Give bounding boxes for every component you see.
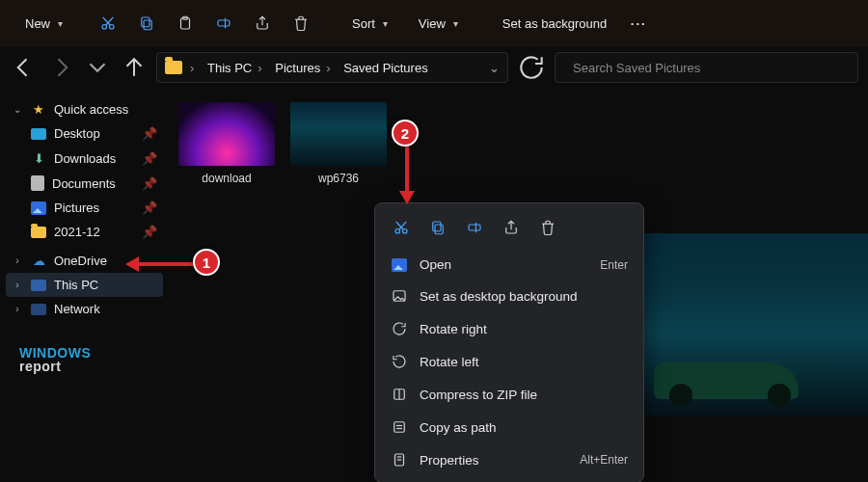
breadcrumb-seg-pictures[interactable]: Pictures› [275,61,336,75]
breadcrumb[interactable]: › This PC› Pictures› Saved Pictures ⌄ [156,52,508,83]
ctx-rename-button[interactable] [458,213,491,242]
view-label: View [419,16,446,31]
star-icon: ★ [31,101,46,117]
forward-button[interactable] [46,53,75,82]
new-label: New [25,16,50,31]
sort-label: Sort [352,16,375,31]
sidebar-item-network[interactable]: › Network [6,297,163,321]
chevron-down-icon: ▾ [453,18,458,29]
ctx-compress-zip[interactable]: Compress to ZIP file [375,378,643,411]
ctx-share-button[interactable] [495,213,528,242]
ctx-item-label: Copy as path [420,420,497,435]
pin-icon: 📌 [142,151,157,166]
folder-icon [31,227,46,238]
annotation-badge-1: 1 [193,249,220,276]
document-icon [31,175,44,191]
svg-rect-22 [435,225,443,234]
ctx-item-label: Rotate left [420,355,479,369]
annotation-badge-2: 2 [392,120,419,147]
sidebar-item-label: Downloads [54,151,116,166]
sidebar-item-label: 2021-12 [54,225,100,239]
search-placeholder: Search Saved Pictures [573,61,700,75]
delete-button[interactable] [285,7,317,40]
properties-icon [391,451,408,469]
sidebar-quick-access[interactable]: ⌄ ★ Quick access [6,96,163,121]
ctx-copy-path[interactable]: Copy as path [375,411,643,443]
copy-path-icon [391,418,408,436]
ctx-item-label: Properties [420,453,479,468]
svg-rect-24 [469,225,480,230]
sort-button[interactable]: Sort ▾ [337,11,397,37]
cut-button[interactable] [92,7,124,40]
back-button[interactable] [10,53,39,82]
sidebar-item-label: This PC [54,278,98,292]
ctx-item-label: Rotate right [420,322,487,336]
pin-icon: 📌 [142,176,157,191]
ctx-properties[interactable]: Properties Alt+Enter [375,443,643,476]
chevron-down-icon: ▾ [383,18,388,29]
ctx-item-shortcut: Enter [600,258,628,272]
refresh-button[interactable] [516,52,547,83]
thumbnail-image [178,102,275,166]
share-button[interactable] [246,7,279,40]
picture-icon [391,258,408,272]
set-background-button[interactable]: Set as background [487,11,616,37]
more-button[interactable]: ··· [622,7,655,40]
cloud-icon: ☁ [31,253,46,268]
paste-button[interactable] [169,7,202,40]
breadcrumb-seg-saved[interactable]: Saved Pictures [343,61,427,75]
sidebar-item-label: Network [54,302,100,316]
svg-rect-11 [218,20,230,26]
sidebar-item-label: OneDrive [54,254,107,268]
sidebar-item-dated-folder[interactable]: 2021-12 📌 [6,220,163,244]
ctx-delete-button[interactable] [531,213,564,242]
sidebar-item-label: Documents [52,176,116,191]
sidebar-item-downloads[interactable]: ⬇ Downloads 📌 [6,146,163,171]
toolbar: New ▾ Sort ▾ View ▾ Set as background ··… [0,0,868,46]
sidebar-item-desktop[interactable]: Desktop 📌 [6,121,163,146]
ctx-open[interactable]: Open Enter [375,250,643,280]
sidebar-item-onedrive[interactable]: › ☁ OneDrive [6,248,163,273]
svg-rect-23 [433,222,441,231]
search-box[interactable]: Search Saved Pictures [555,52,858,83]
network-icon [31,304,46,315]
sidebar-item-thispc[interactable]: › This PC [6,273,163,297]
ctx-item-shortcut: Alt+Enter [580,453,628,467]
sidebar-item-label: Desktop [54,126,100,141]
copy-button[interactable] [130,7,163,40]
wallpaper-icon [391,287,408,305]
ctx-rotate-left[interactable]: Rotate left [375,345,643,378]
chevron-down-icon: ⌄ [12,104,23,115]
up-button[interactable] [120,53,149,82]
recent-button[interactable] [83,53,112,82]
chevron-right-icon: › [12,280,23,290]
file-thumbnail[interactable]: wp6736 [290,102,387,185]
ctx-set-desktop-bg[interactable]: Set as desktop background [375,280,643,312]
pictures-icon [31,201,46,215]
pc-icon [31,280,46,291]
chevron-down-icon: ▾ [58,18,63,29]
ctx-cut-button[interactable] [385,213,418,242]
breadcrumb-seg-thispc[interactable]: This PC› [207,61,267,75]
sidebar-item-pictures[interactable]: Pictures 📌 [6,196,163,220]
thumbnail-label: download [178,172,275,185]
ctx-item-label: Open [420,257,451,272]
annotation-arrow-2 [405,147,409,193]
rename-button[interactable] [207,7,240,40]
chevron-down-icon[interactable]: ⌄ [489,61,500,75]
ctx-item-label: Compress to ZIP file [420,388,537,402]
thumbnail-label: wp6736 [290,172,387,185]
sidebar-item-documents[interactable]: Documents 📌 [6,171,163,196]
download-icon: ⬇ [31,150,46,166]
ctx-rotate-right[interactable]: Rotate right [375,312,643,345]
file-thumbnail[interactable]: download [178,102,275,185]
ctx-copy-button[interactable] [421,213,454,242]
thumbnail-image [290,102,387,166]
new-button[interactable]: New ▾ [10,11,72,37]
preview-pane [632,233,868,416]
svg-rect-29 [394,422,405,433]
svg-rect-7 [144,20,151,30]
view-button[interactable]: View ▾ [403,11,468,37]
rotate-right-icon [391,320,408,337]
desktop-icon [31,128,46,140]
